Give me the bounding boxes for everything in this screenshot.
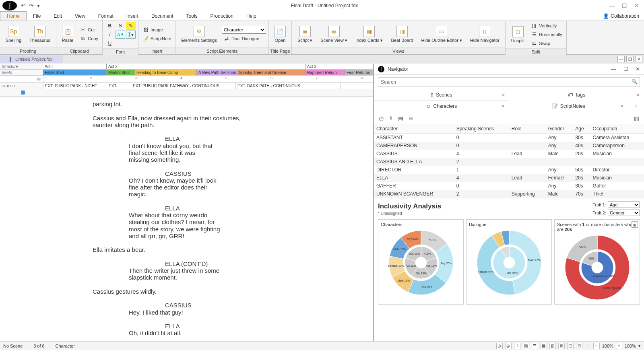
clock-icon[interactable]: ◷ xyxy=(379,115,384,121)
doc-close-icon[interactable]: ✕ xyxy=(635,56,642,62)
zoom-out-icon[interactable]: − xyxy=(593,343,600,349)
script-line[interactable] xyxy=(93,239,318,246)
menu-view[interactable]: View xyxy=(68,11,92,21)
smile-icon[interactable]: ☺ xyxy=(408,115,414,121)
split-vertically-button[interactable]: ⫿⫿Vertically xyxy=(529,22,564,30)
act-cell[interactable]: Act 3 xyxy=(305,64,373,69)
trait2-select[interactable]: Gender xyxy=(608,210,640,216)
italic-button[interactable]: I xyxy=(105,31,115,39)
script-line[interactable]: CASSIUS xyxy=(165,302,318,309)
sb-view3-icon[interactable]: ▦ xyxy=(541,343,547,349)
unsplit-button[interactable]: □Unsplit xyxy=(508,25,528,45)
column-header[interactable]: Character xyxy=(374,124,454,134)
open-title-page-button[interactable]: 📄Open xyxy=(271,24,289,44)
script-line[interactable] xyxy=(93,163,318,170)
search-icon[interactable]: 🔍 xyxy=(632,79,638,84)
script-line[interactable] xyxy=(93,253,318,260)
fit-dropdown-icon[interactable]: ▾ xyxy=(638,343,641,348)
cut-button[interactable]: ✂Cut xyxy=(78,26,100,34)
close-tab-icon[interactable]: ✕ xyxy=(502,93,505,98)
redo-icon[interactable]: ↷ xyxy=(29,2,34,9)
script-line[interactable]: Then the writer just threw in some xyxy=(129,267,258,274)
script-line[interactable] xyxy=(93,128,318,135)
script-line[interactable]: stealing our clothes? I mean, for xyxy=(129,218,258,225)
split-horizontally-button[interactable]: ☰Horizontally xyxy=(529,31,564,39)
script-line[interactable]: Ella imitates a bear. xyxy=(93,246,318,253)
dual-dialogue-button[interactable]: ⇄Dual Dialogue xyxy=(222,35,266,43)
script-line[interactable]: ELLA xyxy=(165,323,318,329)
nav-tab-scenes[interactable]: ▯Scenes✕ xyxy=(374,89,509,101)
script-line[interactable]: ELLA (CONT'D) xyxy=(165,260,318,267)
script-line[interactable]: parking lot. xyxy=(93,101,318,107)
doc-restore-icon[interactable]: ❐ xyxy=(626,56,634,62)
script-line[interactable]: Oh, it didn't fit at all. xyxy=(129,329,258,336)
doc-minimize-icon[interactable]: — xyxy=(617,56,625,62)
menu-file[interactable]: File xyxy=(27,11,47,21)
script-page[interactable]: parking lot. Cassius and Ella, now dress… xyxy=(0,97,373,341)
sb-moon-icon[interactable]: ☽ xyxy=(514,343,520,349)
navigator-search-input[interactable] xyxy=(378,77,640,87)
nav-maximize-icon[interactable]: ☐ xyxy=(623,66,628,72)
send-icon[interactable]: ✉ xyxy=(37,76,41,82)
sb-view2-icon[interactable]: ☰ xyxy=(532,343,538,349)
script-line[interactable]: magic. xyxy=(129,191,258,198)
script-line[interactable]: Oh? I don't know, maybe it'll look xyxy=(129,177,258,184)
column-header[interactable]: Role xyxy=(509,124,546,134)
column-header[interactable]: Occupation xyxy=(590,124,644,134)
menu-home[interactable]: Home xyxy=(0,11,27,21)
script-line[interactable]: ELLA xyxy=(165,205,318,212)
element-type-select[interactable]: Character xyxy=(222,26,266,34)
undo-icon[interactable]: ↶ xyxy=(21,2,26,9)
nav-tab-tags[interactable]: 🏷Tags✕ xyxy=(509,89,644,101)
qat-dropdown-icon[interactable]: ▾ xyxy=(37,2,40,9)
minimize-icon[interactable]: — xyxy=(609,2,615,9)
thesaurus-button[interactable]: ThThesaurus xyxy=(26,24,54,44)
script-line[interactable]: fine after the editor does their xyxy=(129,184,258,191)
script-line[interactable] xyxy=(93,295,318,302)
act-cell[interactable]: Act I xyxy=(43,64,107,69)
script-line[interactable]: and all grr, grr, GRR! xyxy=(129,233,258,239)
table-row[interactable]: CASSIUS AND ELLA2 xyxy=(374,158,644,166)
spelling-button[interactable]: SpSpelling xyxy=(2,24,25,44)
script-line[interactable]: CASSIUS xyxy=(165,170,318,177)
sb-view5-icon[interactable]: ⊞ xyxy=(558,343,565,349)
scene-view-button[interactable]: ▤Scene View ▾ xyxy=(317,24,351,44)
script-line[interactable]: final scene felt like it was xyxy=(129,149,258,156)
bold-button[interactable]: B xyxy=(105,22,115,30)
sb-view7-icon[interactable]: ⊟ xyxy=(576,343,582,349)
script-line[interactable]: slapstick moment. xyxy=(129,274,258,281)
column-header[interactable]: Age xyxy=(573,124,590,134)
table-row[interactable]: ASSISTANT0Any30sCamera Assistan xyxy=(374,134,644,142)
beat-cell[interactable]: Spooky Trees and Unease xyxy=(237,70,305,75)
menu-edit[interactable]: Edit xyxy=(47,11,68,21)
scene-heading-cell[interactable]: EXT. DARK PATH - CONTINUOUS xyxy=(236,83,341,89)
export-icon[interactable]: ⇪ xyxy=(388,115,393,121)
menu-help[interactable]: Help xyxy=(240,11,263,21)
close-icon[interactable]: ✕ xyxy=(634,2,639,9)
sb-view4-icon[interactable]: ▥ xyxy=(549,343,556,349)
zoom-in-icon[interactable]: + xyxy=(616,343,622,349)
elements-settings-button[interactable]: ⚙Elements Settings xyxy=(178,24,220,44)
copy-button[interactable]: ⧉Copy xyxy=(78,35,100,43)
sb-target-icon[interactable]: ◎ xyxy=(505,343,512,349)
strike-button[interactable]: S xyxy=(116,22,125,30)
maximize-icon[interactable]: ☐ xyxy=(622,2,627,9)
insert-image-button[interactable]: 🖼Image xyxy=(141,26,173,34)
menu-tools[interactable]: Tools xyxy=(180,11,204,21)
case-button[interactable]: AA xyxy=(116,31,125,39)
close-tab-icon[interactable]: ✕ xyxy=(501,104,505,109)
table-row[interactable]: GAFFER0Any30sGaffer xyxy=(374,182,644,190)
script-view-button[interactable]: ≣Script ▾ xyxy=(294,24,316,44)
script-line[interactable]: Cassius gestures wildly. xyxy=(93,288,318,295)
sb-view6-icon[interactable]: ◫ xyxy=(567,343,574,349)
script-line[interactable]: most of the story, we were fighting xyxy=(129,226,258,233)
font-color-button[interactable]: T▾ xyxy=(126,31,136,39)
close-tab-icon[interactable]: ✕ xyxy=(636,93,640,98)
script-line[interactable]: Cassius and Ella, now dressed again in t… xyxy=(93,115,318,121)
nav-close-icon[interactable]: ✕ xyxy=(636,66,640,72)
hide-navigator-button[interactable]: ▯Hide Navigator xyxy=(467,24,503,44)
close-tab-icon[interactable]: ✕ xyxy=(620,104,624,109)
column-header[interactable]: Speaking Scenes xyxy=(454,124,509,134)
script-line[interactable] xyxy=(93,198,318,205)
zoom-slider-strip[interactable] xyxy=(0,89,373,97)
